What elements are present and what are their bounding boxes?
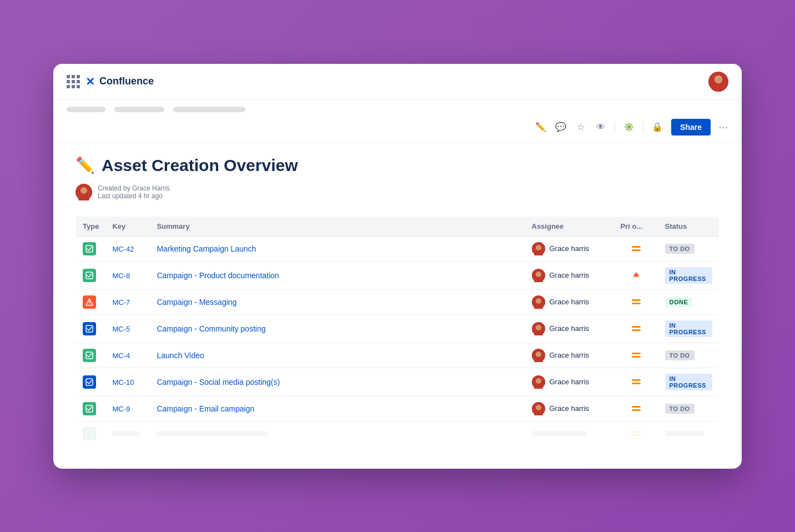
svg-rect-51 — [632, 434, 641, 436]
breadcrumb-item[interactable] — [173, 107, 245, 112]
svg-point-21 — [536, 298, 541, 304]
priority-icon — [621, 326, 652, 332]
col-header-key: Key — [105, 216, 150, 236]
assignee-name: Grace harris — [550, 351, 590, 359]
star-icon[interactable]: ☆ — [575, 121, 587, 133]
table-row[interactable]: MC-10Campaign - Social media posting(s) … — [76, 368, 719, 396]
grid-icon[interactable] — [67, 75, 80, 88]
confluence-logo[interactable]: ✕ Confluence — [85, 75, 154, 88]
status-badge: TO DO — [665, 350, 695, 360]
priority-icon — [621, 246, 652, 252]
status-badge: IN PROGRESS — [665, 374, 713, 390]
issue-key[interactable]: MC-9 — [112, 405, 130, 413]
svg-point-39 — [536, 378, 541, 384]
priority-icon — [621, 379, 652, 385]
assignee-cell: Grace harris — [532, 349, 607, 362]
assignee-cell: Grace harris — [532, 242, 607, 255]
table-row[interactable]: MC-8Campaign - Product documentation Gra… — [76, 261, 719, 289]
assignee-name: Grace harris — [550, 324, 590, 333]
issue-key[interactable]: MC-4 — [112, 352, 130, 360]
table-row[interactable]: MC-7Campaign - Messaging Grace harris DO… — [76, 289, 719, 314]
issue-summary[interactable]: Marketing Campaign Launch — [157, 244, 256, 253]
assignee-cell: Grace harris — [532, 375, 607, 389]
edit-icon[interactable]: ✏️ — [535, 121, 547, 133]
toolbar-divider — [643, 122, 643, 133]
assignee-name: Grace harris — [550, 298, 590, 306]
type-icon — [83, 349, 96, 362]
jira-issues-table: Type Key Summary Assignee Pri o... Statu… — [76, 216, 719, 446]
assignee-cell: Grace harris — [532, 269, 607, 282]
placeholder-bar — [157, 431, 268, 436]
svg-rect-11 — [632, 246, 641, 248]
assignee-name: Grace harris — [550, 378, 590, 386]
issue-key[interactable]: MC-5 — [112, 325, 130, 333]
toolbar-divider — [615, 122, 615, 133]
svg-rect-12 — [632, 249, 641, 251]
issue-summary[interactable]: Campaign - Community posting — [157, 324, 265, 333]
meta-created: Created by Grace Harris — [98, 184, 170, 192]
watch-icon[interactable]: 👁 — [595, 121, 607, 133]
lock-icon[interactable]: 🔒 — [651, 121, 663, 133]
table-row[interactable]: MC-4Launch Video Grace harris TO DO — [76, 343, 719, 368]
placeholder-bar — [532, 431, 587, 436]
loading-icon: ✳️ — [623, 121, 635, 133]
logo-x-icon: ✕ — [85, 75, 95, 88]
issue-summary[interactable]: Launch Video — [157, 351, 204, 360]
svg-rect-42 — [632, 383, 641, 384]
assignee-cell: Grace harris — [532, 322, 607, 335]
svg-point-9 — [536, 245, 541, 250]
priority-icon — [621, 271, 652, 280]
svg-point-33 — [536, 352, 541, 357]
author-avatar — [76, 184, 92, 200]
type-icon — [83, 375, 96, 389]
issue-summary[interactable]: Campaign - Social media posting(s) — [157, 378, 280, 387]
type-icon — [83, 269, 96, 282]
comment-icon[interactable]: 💬 — [555, 121, 567, 133]
issue-summary[interactable]: Campaign - Email campaign — [157, 404, 254, 413]
title-emoji: ✏️ — [76, 156, 95, 174]
type-icon-placeholder — [83, 427, 96, 440]
issue-key[interactable]: MC-42 — [112, 245, 134, 253]
issue-key[interactable]: MC-10 — [112, 378, 134, 387]
share-button[interactable]: Share — [671, 119, 711, 135]
nav-right — [708, 72, 728, 92]
assignee-cell: Grace harris — [532, 295, 607, 309]
placeholder-bar — [112, 431, 140, 436]
table-row[interactable]: MC-42Marketing Campaign Launch Grace har… — [76, 236, 719, 261]
issue-key[interactable]: MC-8 — [112, 272, 130, 280]
svg-point-27 — [536, 325, 541, 330]
svg-rect-23 — [632, 299, 641, 301]
assignee-avatar — [532, 322, 545, 335]
priority-icon-placeholder — [621, 431, 652, 436]
breadcrumb — [53, 100, 742, 112]
issue-key[interactable]: MC-7 — [112, 298, 130, 307]
placeholder-bar — [665, 431, 704, 436]
col-header-assignee: Assignee — [525, 216, 614, 236]
svg-point-19 — [89, 304, 90, 305]
svg-point-3 — [715, 76, 722, 83]
svg-rect-35 — [632, 353, 641, 354]
breadcrumb-item[interactable] — [67, 107, 105, 112]
user-avatar[interactable] — [708, 72, 728, 92]
priority-icon — [621, 299, 652, 305]
breadcrumb-item[interactable] — [114, 107, 164, 112]
assignee-avatar — [532, 402, 545, 415]
svg-rect-24 — [632, 303, 641, 304]
assignee-avatar — [532, 375, 545, 389]
issue-summary[interactable]: Campaign - Product documentation — [157, 271, 279, 280]
type-icon — [83, 322, 96, 335]
assignee-cell: Grace harris — [532, 402, 607, 415]
table-row[interactable]: MC-9Campaign - Email campaign Grace harr… — [76, 396, 719, 421]
col-header-status: Status — [658, 216, 719, 236]
browser-window: ✕ Confluence ✏️ 💬 ☆ 👁 ✳️ — [53, 64, 742, 469]
svg-rect-36 — [632, 356, 641, 358]
table-row[interactable]: MC-5Campaign - Community posting Grace h… — [76, 314, 719, 343]
svg-rect-29 — [632, 326, 641, 328]
meta-updated: Last updated 4 hr ago — [98, 192, 170, 200]
table-row-placeholder — [76, 421, 719, 446]
nav-left: ✕ Confluence — [67, 75, 154, 88]
priority-icon — [621, 353, 652, 358]
col-header-priority: Pri o... — [614, 216, 658, 236]
issue-summary[interactable]: Campaign - Messaging — [157, 298, 237, 307]
more-options-icon[interactable]: ⋯ — [718, 121, 728, 133]
